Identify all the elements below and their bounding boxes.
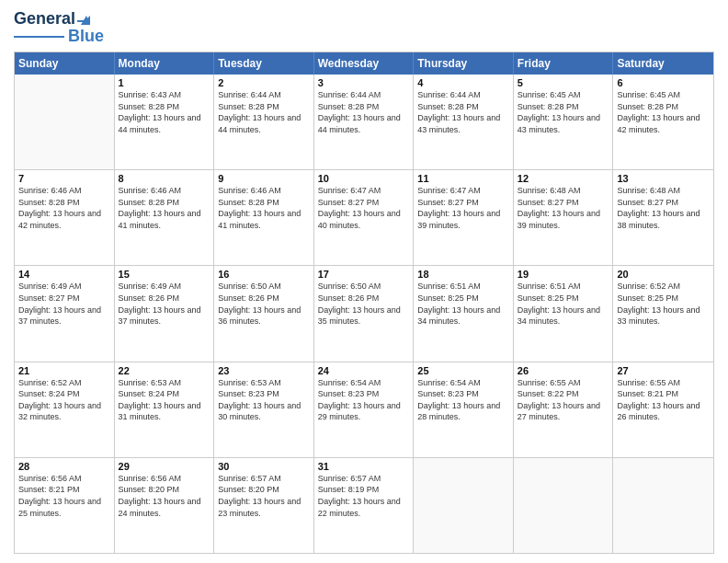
calendar-cell: 3Sunrise: 6:44 AMSunset: 8:28 PMDaylight… — [314, 75, 415, 169]
day-number: 8 — [119, 173, 210, 184]
calendar-cell: 20Sunrise: 6:52 AMSunset: 8:25 PMDayligh… — [613, 266, 713, 361]
day-info: Sunrise: 6:52 AMSunset: 8:25 PMDaylight:… — [617, 281, 710, 327]
calendar-cell: 22Sunrise: 6:53 AMSunset: 8:24 PMDayligh… — [115, 362, 215, 457]
logo-blue: Blue — [68, 27, 104, 46]
day-info: Sunrise: 6:52 AMSunset: 8:24 PMDaylight:… — [18, 377, 110, 423]
calendar-cell — [514, 458, 614, 553]
header-cell-tuesday: Tuesday — [214, 52, 314, 75]
day-info: Sunrise: 6:53 AMSunset: 8:24 PMDaylight:… — [119, 377, 210, 423]
calendar-cell: 17Sunrise: 6:50 AMSunset: 8:26 PMDayligh… — [314, 266, 415, 361]
day-info: Sunrise: 6:51 AMSunset: 8:25 PMDaylight:… — [518, 281, 609, 327]
day-info: Sunrise: 6:50 AMSunset: 8:26 PMDaylight:… — [218, 281, 310, 327]
day-number: 11 — [417, 173, 509, 184]
day-info: Sunrise: 6:48 AMSunset: 8:27 PMDaylight:… — [518, 185, 609, 231]
day-info: Sunrise: 6:45 AMSunset: 8:28 PMDaylight:… — [518, 89, 609, 135]
header-cell-friday: Friday — [514, 52, 614, 75]
day-number: 18 — [417, 269, 509, 280]
calendar-header: SundayMondayTuesdayWednesdayThursdayFrid… — [15, 52, 713, 75]
day-number: 12 — [518, 173, 609, 184]
calendar-cell: 31Sunrise: 6:57 AMSunset: 8:19 PMDayligh… — [314, 458, 415, 553]
day-number: 4 — [417, 77, 509, 88]
day-number: 14 — [18, 269, 110, 280]
calendar-cell: 24Sunrise: 6:54 AMSunset: 8:23 PMDayligh… — [314, 362, 415, 457]
day-info: Sunrise: 6:44 AMSunset: 8:28 PMDaylight:… — [417, 89, 509, 135]
day-info: Sunrise: 6:46 AMSunset: 8:28 PMDaylight:… — [218, 185, 310, 231]
day-number: 22 — [119, 365, 210, 376]
day-number: 23 — [218, 365, 310, 376]
logo-underline — [14, 36, 64, 38]
day-info: Sunrise: 6:49 AMSunset: 8:27 PMDaylight:… — [18, 281, 110, 327]
day-number: 29 — [119, 461, 210, 472]
calendar-cell: 18Sunrise: 6:51 AMSunset: 8:25 PMDayligh… — [414, 266, 514, 361]
day-number: 31 — [318, 461, 410, 472]
logo-general: General — [14, 9, 75, 29]
day-info: Sunrise: 6:55 AMSunset: 8:22 PMDaylight:… — [518, 377, 609, 423]
day-info: Sunrise: 6:47 AMSunset: 8:27 PMDaylight:… — [318, 185, 410, 231]
calendar-cell — [613, 458, 713, 553]
day-info: Sunrise: 6:56 AMSunset: 8:21 PMDaylight:… — [18, 473, 110, 519]
day-info: Sunrise: 6:54 AMSunset: 8:23 PMDaylight:… — [417, 377, 509, 423]
calendar-cell: 11Sunrise: 6:47 AMSunset: 8:27 PMDayligh… — [414, 170, 514, 265]
calendar-cell: 26Sunrise: 6:55 AMSunset: 8:22 PMDayligh… — [514, 362, 614, 457]
calendar-cell: 21Sunrise: 6:52 AMSunset: 8:24 PMDayligh… — [15, 362, 115, 457]
day-info: Sunrise: 6:55 AMSunset: 8:21 PMDaylight:… — [617, 377, 710, 423]
day-info: Sunrise: 6:50 AMSunset: 8:26 PMDaylight:… — [318, 281, 410, 327]
calendar-row-3: 14Sunrise: 6:49 AMSunset: 8:27 PMDayligh… — [15, 266, 713, 362]
calendar-cell — [414, 458, 514, 553]
calendar-cell: 15Sunrise: 6:49 AMSunset: 8:26 PMDayligh… — [115, 266, 215, 361]
header: General Blue — [14, 9, 714, 46]
calendar-cell — [15, 75, 115, 169]
calendar-cell: 13Sunrise: 6:48 AMSunset: 8:27 PMDayligh… — [613, 170, 713, 265]
day-info: Sunrise: 6:54 AMSunset: 8:23 PMDaylight:… — [318, 377, 410, 423]
day-number: 21 — [18, 365, 110, 376]
calendar-cell: 9Sunrise: 6:46 AMSunset: 8:28 PMDaylight… — [214, 170, 314, 265]
day-info: Sunrise: 6:45 AMSunset: 8:28 PMDaylight:… — [617, 89, 710, 135]
calendar-cell: 14Sunrise: 6:49 AMSunset: 8:27 PMDayligh… — [15, 266, 115, 361]
calendar-cell: 12Sunrise: 6:48 AMSunset: 8:27 PMDayligh… — [514, 170, 614, 265]
calendar-cell: 29Sunrise: 6:56 AMSunset: 8:20 PMDayligh… — [115, 458, 215, 553]
day-number: 30 — [218, 461, 310, 472]
header-cell-wednesday: Wednesday — [314, 52, 415, 75]
day-number: 6 — [617, 77, 710, 88]
day-info: Sunrise: 6:49 AMSunset: 8:26 PMDaylight:… — [119, 281, 210, 327]
calendar-cell: 8Sunrise: 6:46 AMSunset: 8:28 PMDaylight… — [115, 170, 215, 265]
day-number: 17 — [318, 269, 410, 280]
day-info: Sunrise: 6:51 AMSunset: 8:25 PMDaylight:… — [417, 281, 509, 327]
logo: General Blue — [14, 9, 104, 46]
calendar-row-1: 1Sunrise: 6:43 AMSunset: 8:28 PMDaylight… — [15, 75, 713, 170]
calendar-cell: 25Sunrise: 6:54 AMSunset: 8:23 PMDayligh… — [414, 362, 514, 457]
day-number: 9 — [218, 173, 310, 184]
day-info: Sunrise: 6:44 AMSunset: 8:28 PMDaylight:… — [218, 89, 310, 135]
day-number: 28 — [18, 461, 110, 472]
day-number: 20 — [617, 269, 710, 280]
calendar-cell: 5Sunrise: 6:45 AMSunset: 8:28 PMDaylight… — [514, 75, 614, 169]
day-info: Sunrise: 6:46 AMSunset: 8:28 PMDaylight:… — [119, 185, 210, 231]
day-info: Sunrise: 6:43 AMSunset: 8:28 PMDaylight:… — [119, 89, 210, 135]
header-cell-saturday: Saturday — [613, 52, 713, 75]
calendar-cell: 6Sunrise: 6:45 AMSunset: 8:28 PMDaylight… — [613, 75, 713, 169]
day-info: Sunrise: 6:57 AMSunset: 8:19 PMDaylight:… — [318, 473, 410, 519]
header-cell-monday: Monday — [115, 52, 215, 75]
day-info: Sunrise: 6:44 AMSunset: 8:28 PMDaylight:… — [318, 89, 410, 135]
day-number: 26 — [518, 365, 609, 376]
calendar-cell: 19Sunrise: 6:51 AMSunset: 8:25 PMDayligh… — [514, 266, 614, 361]
calendar: SundayMondayTuesdayWednesdayThursdayFrid… — [14, 52, 714, 554]
calendar-cell: 2Sunrise: 6:44 AMSunset: 8:28 PMDaylight… — [214, 75, 314, 169]
calendar-row-5: 28Sunrise: 6:56 AMSunset: 8:21 PMDayligh… — [15, 458, 713, 553]
calendar-cell: 10Sunrise: 6:47 AMSunset: 8:27 PMDayligh… — [314, 170, 415, 265]
calendar-cell: 23Sunrise: 6:53 AMSunset: 8:23 PMDayligh… — [214, 362, 314, 457]
day-number: 10 — [318, 173, 410, 184]
calendar-row-4: 21Sunrise: 6:52 AMSunset: 8:24 PMDayligh… — [15, 362, 713, 458]
calendar-body: 1Sunrise: 6:43 AMSunset: 8:28 PMDaylight… — [15, 75, 713, 553]
day-number: 7 — [18, 173, 110, 184]
calendar-cell: 16Sunrise: 6:50 AMSunset: 8:26 PMDayligh… — [214, 266, 314, 361]
calendar-cell: 7Sunrise: 6:46 AMSunset: 8:28 PMDaylight… — [15, 170, 115, 265]
day-info: Sunrise: 6:56 AMSunset: 8:20 PMDaylight:… — [119, 473, 210, 519]
day-info: Sunrise: 6:46 AMSunset: 8:28 PMDaylight:… — [18, 185, 110, 231]
day-info: Sunrise: 6:47 AMSunset: 8:27 PMDaylight:… — [417, 185, 509, 231]
logo-icon — [77, 12, 92, 27]
day-number: 5 — [518, 77, 609, 88]
day-number: 15 — [119, 269, 210, 280]
day-number: 16 — [218, 269, 310, 280]
day-number: 19 — [518, 269, 609, 280]
